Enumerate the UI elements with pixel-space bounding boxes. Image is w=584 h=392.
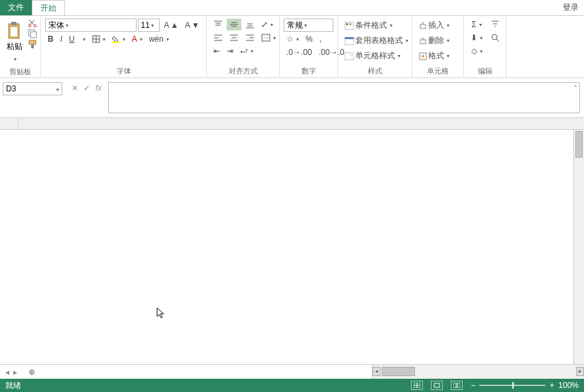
italic-button[interactable]: I <box>58 33 65 45</box>
pinyin-button[interactable]: wén <box>146 33 172 45</box>
table-format-button[interactable]: 套用表格格式 <box>342 34 411 48</box>
group-edit-label: 编辑 <box>468 65 502 76</box>
copy-icon[interactable] <box>28 29 37 38</box>
format-icon <box>419 52 427 60</box>
expand-formula-icon[interactable]: ⌃ <box>573 84 578 91</box>
sheet-nav-prev-icon[interactable]: ◂ <box>5 368 9 377</box>
fx-icon[interactable]: fx <box>95 83 101 93</box>
wrap-text-button[interactable]: ⮐ <box>237 45 256 57</box>
zoom-control[interactable]: − + 100% <box>471 381 579 390</box>
number-format-select[interactable]: 常规 <box>284 19 333 32</box>
svg-point-43 <box>492 34 497 40</box>
svg-rect-2 <box>11 27 17 36</box>
zoom-in-icon[interactable]: + <box>550 381 554 390</box>
spreadsheet-grid[interactable] <box>0 118 584 364</box>
sheet-nav-next-icon[interactable]: ▸ <box>13 368 17 377</box>
svg-rect-7 <box>29 40 36 44</box>
align-top-icon[interactable] <box>211 19 225 30</box>
decrease-font-icon[interactable]: A▼ <box>182 19 202 31</box>
align-right-icon[interactable] <box>243 32 257 44</box>
svg-rect-33 <box>346 23 348 25</box>
merge-button[interactable] <box>259 32 278 43</box>
increase-font-icon[interactable]: A▲ <box>161 19 181 31</box>
paste-label: 粘贴 <box>7 41 23 52</box>
view-page-icon[interactable] <box>431 381 443 390</box>
vertical-scrollbar[interactable] <box>573 130 584 364</box>
insert-icon <box>419 22 427 30</box>
svg-rect-32 <box>345 22 354 30</box>
paste-button[interactable]: 粘贴 <box>4 19 25 66</box>
status-bar: 就绪 − + 100% <box>0 379 584 392</box>
autosum-button[interactable]: Σ <box>469 19 484 30</box>
cut-icon[interactable] <box>28 19 37 28</box>
add-sheet-button[interactable]: ⊕ <box>23 365 41 379</box>
delete-icon <box>419 37 427 45</box>
svg-rect-1 <box>11 22 17 25</box>
formula-bar: D3 ✕ ✓ fx ⌃ <box>0 78 584 118</box>
svg-rect-31 <box>262 34 270 41</box>
align-bottom-icon[interactable] <box>243 19 257 30</box>
find-button[interactable] <box>488 32 502 44</box>
clear-button[interactable]: ◇ <box>469 45 485 57</box>
view-break-icon[interactable] <box>451 381 463 390</box>
insert-cells-button[interactable]: 插入 <box>416 19 452 32</box>
paste-dropdown[interactable] <box>13 54 17 63</box>
hscroll-left-icon[interactable]: ◂ <box>373 367 380 376</box>
horizontal-scrollbar[interactable]: ◂ ▸ <box>372 365 584 379</box>
svg-rect-50 <box>457 383 460 388</box>
border-button[interactable] <box>89 34 108 44</box>
name-box[interactable]: D3 <box>3 82 62 95</box>
svg-rect-36 <box>345 37 354 39</box>
orientation-button[interactable]: ⤢ <box>259 19 276 30</box>
hscroll-right-icon[interactable]: ▸ <box>576 367 584 376</box>
svg-rect-39 <box>420 24 426 28</box>
underline-button[interactable]: U <box>66 33 78 45</box>
cell-style-button[interactable]: 单元格样式 <box>342 49 403 63</box>
cancel-formula-icon[interactable]: ✕ <box>72 83 78 93</box>
formula-input[interactable]: ⌃ <box>108 82 580 113</box>
menu-bar: 文件 开始 登录 <box>0 0 584 16</box>
sort-filter-button[interactable] <box>488 19 502 30</box>
svg-rect-6 <box>30 32 36 38</box>
zoom-level[interactable]: 100% <box>558 381 579 390</box>
svg-rect-40 <box>420 40 426 44</box>
align-middle-icon[interactable] <box>227 19 241 30</box>
cursor-icon <box>156 307 167 319</box>
conditional-format-button[interactable]: 条件格式 <box>342 19 395 32</box>
enter-formula-icon[interactable]: ✓ <box>84 83 90 93</box>
format-painter-icon[interactable] <box>28 40 37 49</box>
cond-format-icon <box>345 22 354 30</box>
font-color-button[interactable]: A <box>129 33 145 45</box>
svg-line-44 <box>496 39 499 42</box>
menu-file[interactable]: 文件 <box>0 0 32 15</box>
clipboard-icon <box>7 21 23 40</box>
zoom-out-icon[interactable]: − <box>471 381 475 390</box>
comma-button[interactable]: , <box>317 33 324 45</box>
login-link[interactable]: 登录 <box>557 0 584 15</box>
fill-button[interactable]: ⬇ <box>468 32 485 44</box>
svg-rect-38 <box>349 52 354 56</box>
ribbon: 粘贴 剪贴板 宋体 11 A▲ A▼ B I U <box>0 16 584 78</box>
percent-button[interactable]: % <box>303 33 316 45</box>
align-center-icon[interactable] <box>227 32 241 44</box>
increase-indent-icon[interactable]: ⇥ <box>224 45 236 57</box>
group-clipboard-label: 剪贴板 <box>4 66 36 77</box>
menu-tab-0[interactable]: 开始 <box>32 0 65 15</box>
fill-color-button[interactable] <box>109 34 128 44</box>
font-size-select[interactable]: 11 <box>138 19 160 32</box>
group-align-label: 对齐方式 <box>211 65 275 76</box>
font-name-select[interactable]: 宋体 <box>45 19 137 32</box>
svg-rect-8 <box>31 44 34 48</box>
select-all-corner[interactable] <box>0 118 19 129</box>
zoom-slider[interactable] <box>479 385 546 386</box>
increase-decimal-icon[interactable]: .0→.00 <box>284 46 315 58</box>
view-normal-icon[interactable] <box>411 381 423 390</box>
decrease-indent-icon[interactable]: ⇤ <box>211 45 223 57</box>
align-left-icon[interactable] <box>211 32 225 44</box>
currency-button[interactable]: ☆ <box>284 33 302 45</box>
delete-cells-button[interactable]: 删除 <box>416 34 452 48</box>
format-cells-button[interactable]: 格式 <box>416 49 452 63</box>
underline-dropdown[interactable] <box>79 35 88 44</box>
cell-style-icon <box>345 52 354 60</box>
bold-button[interactable]: B <box>45 33 56 45</box>
